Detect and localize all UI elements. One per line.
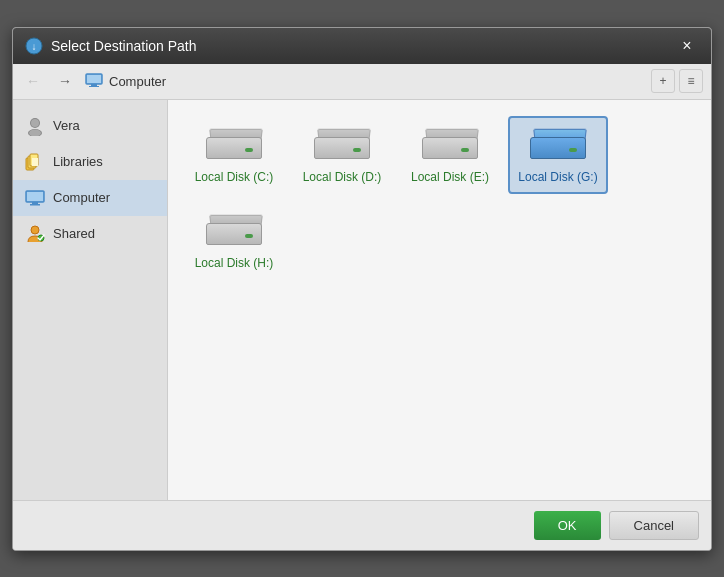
svg-rect-16 <box>32 202 38 204</box>
nav-actions: + ≡ <box>651 69 703 93</box>
drive-e-icon <box>420 126 480 162</box>
nav-bar: ← → Computer + ≡ <box>13 64 711 100</box>
drive-h[interactable]: Local Disk (H:) <box>184 202 284 280</box>
add-folder-button[interactable]: + <box>651 69 675 93</box>
libraries-icon <box>25 152 45 172</box>
svg-rect-17 <box>30 204 40 206</box>
dialog-title: Select Destination Path <box>51 38 197 54</box>
drive-g-label: Local Disk (G:) <box>518 170 597 184</box>
svg-rect-5 <box>89 86 99 87</box>
ok-button[interactable]: OK <box>534 511 601 540</box>
nav-location: Computer <box>85 73 643 90</box>
svg-rect-4 <box>91 84 97 86</box>
drive-c-label: Local Disk (C:) <box>195 170 274 184</box>
drive-h-label: Local Disk (H:) <box>195 256 274 270</box>
sidebar-item-shared[interactable]: Shared <box>13 216 167 252</box>
drive-d-label: Local Disk (D:) <box>303 170 382 184</box>
computer-nav-icon <box>85 73 103 90</box>
svg-text:↓: ↓ <box>32 41 37 52</box>
shared-icon <box>25 224 45 244</box>
sidebar-label-shared: Shared <box>53 226 95 241</box>
drive-c[interactable]: Local Disk (C:) <box>184 116 284 194</box>
main-pane: Local Disk (C:) Local Disk (D:) <box>168 100 711 500</box>
select-destination-dialog: ↓ Select Destination Path × ← → Computer… <box>12 27 712 551</box>
cancel-button[interactable]: Cancel <box>609 511 699 540</box>
drive-g[interactable]: Local Disk (G:) <box>508 116 608 194</box>
title-bar-left: ↓ Select Destination Path <box>25 37 197 55</box>
svg-rect-15 <box>27 192 43 201</box>
sidebar-item-computer[interactable]: Computer <box>13 180 167 216</box>
svg-rect-3 <box>87 75 101 83</box>
drive-h-icon <box>204 212 264 248</box>
sidebar-item-libraries[interactable]: Libraries <box>13 144 167 180</box>
drive-c-icon <box>204 126 264 162</box>
drive-e-label: Local Disk (E:) <box>411 170 489 184</box>
sidebar-label-vera: Vera <box>53 118 80 133</box>
app-icon: ↓ <box>25 37 43 55</box>
drive-e[interactable]: Local Disk (E:) <box>400 116 500 194</box>
svg-point-8 <box>31 119 39 127</box>
sidebar: Vera Libraries <box>13 100 168 500</box>
drive-d-icon <box>312 126 372 162</box>
title-bar: ↓ Select Destination Path × <box>13 28 711 64</box>
nav-location-text: Computer <box>109 74 166 89</box>
sidebar-label-libraries: Libraries <box>53 154 103 169</box>
drive-d[interactable]: Local Disk (D:) <box>292 116 392 194</box>
back-button[interactable]: ← <box>21 69 45 93</box>
content-area: Vera Libraries <box>13 100 711 500</box>
sidebar-label-computer: Computer <box>53 190 110 205</box>
vera-icon <box>25 116 45 136</box>
forward-button[interactable]: → <box>53 69 77 93</box>
close-button[interactable]: × <box>675 34 699 58</box>
svg-point-18 <box>31 226 39 234</box>
svg-rect-13 <box>32 158 38 166</box>
footer: OK Cancel <box>13 500 711 550</box>
computer-icon <box>25 188 45 208</box>
view-toggle-button[interactable]: ≡ <box>679 69 703 93</box>
sidebar-item-vera[interactable]: Vera <box>13 108 167 144</box>
drive-g-icon <box>528 126 588 162</box>
